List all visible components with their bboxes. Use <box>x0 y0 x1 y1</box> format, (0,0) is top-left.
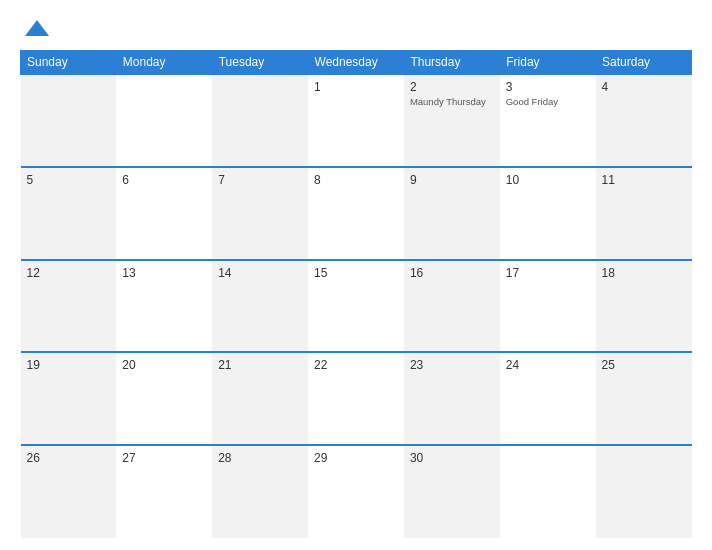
day-cell: 4 <box>596 74 692 167</box>
day-cell: 28 <box>212 445 308 538</box>
day-cell <box>596 445 692 538</box>
day-number: 16 <box>410 266 494 280</box>
day-number: 29 <box>314 451 398 465</box>
week-row-1: 12Maundy Thursday3Good Friday4 <box>21 74 692 167</box>
day-number: 6 <box>122 173 206 187</box>
day-number: 4 <box>602 80 686 94</box>
day-number: 22 <box>314 358 398 372</box>
day-number: 2 <box>410 80 494 94</box>
day-cell: 22 <box>308 352 404 445</box>
calendar-table: SundayMondayTuesdayWednesdayThursdayFrid… <box>20 50 692 538</box>
day-cell: 6 <box>116 167 212 260</box>
week-row-5: 2627282930 <box>21 445 692 538</box>
day-number: 17 <box>506 266 590 280</box>
day-cell: 19 <box>21 352 117 445</box>
day-cell: 7 <box>212 167 308 260</box>
day-number: 1 <box>314 80 398 94</box>
day-cell: 21 <box>212 352 308 445</box>
calendar-page: SundayMondayTuesdayWednesdayThursdayFrid… <box>0 0 712 550</box>
day-number: 28 <box>218 451 302 465</box>
weekday-header-sunday: Sunday <box>21 51 117 75</box>
weekday-header-row: SundayMondayTuesdayWednesdayThursdayFrid… <box>21 51 692 75</box>
day-number: 13 <box>122 266 206 280</box>
day-number: 15 <box>314 266 398 280</box>
day-cell: 27 <box>116 445 212 538</box>
day-number: 5 <box>27 173 111 187</box>
day-cell: 10 <box>500 167 596 260</box>
day-number: 11 <box>602 173 686 187</box>
weekday-header-friday: Friday <box>500 51 596 75</box>
day-number: 18 <box>602 266 686 280</box>
day-cell: 29 <box>308 445 404 538</box>
weekday-header-monday: Monday <box>116 51 212 75</box>
day-cell: 17 <box>500 260 596 353</box>
day-number: 3 <box>506 80 590 94</box>
day-number: 12 <box>27 266 111 280</box>
day-cell: 30 <box>404 445 500 538</box>
day-number: 7 <box>218 173 302 187</box>
weekday-header-tuesday: Tuesday <box>212 51 308 75</box>
day-number: 9 <box>410 173 494 187</box>
header <box>20 18 692 40</box>
week-row-3: 12131415161718 <box>21 260 692 353</box>
day-cell: 25 <box>596 352 692 445</box>
weekday-header-thursday: Thursday <box>404 51 500 75</box>
day-cell: 5 <box>21 167 117 260</box>
week-row-2: 567891011 <box>21 167 692 260</box>
day-number: 24 <box>506 358 590 372</box>
weekday-header-wednesday: Wednesday <box>308 51 404 75</box>
day-cell: 9 <box>404 167 500 260</box>
day-cell: 15 <box>308 260 404 353</box>
day-cell <box>212 74 308 167</box>
day-number: 14 <box>218 266 302 280</box>
day-number: 26 <box>27 451 111 465</box>
holiday-label: Good Friday <box>506 96 590 107</box>
day-number: 19 <box>27 358 111 372</box>
day-cell: 13 <box>116 260 212 353</box>
logo-icon <box>23 18 51 40</box>
day-cell <box>21 74 117 167</box>
day-cell: 12 <box>21 260 117 353</box>
day-cell: 18 <box>596 260 692 353</box>
day-cell: 20 <box>116 352 212 445</box>
day-number: 30 <box>410 451 494 465</box>
day-cell: 8 <box>308 167 404 260</box>
week-row-4: 19202122232425 <box>21 352 692 445</box>
day-number: 27 <box>122 451 206 465</box>
day-cell: 1 <box>308 74 404 167</box>
logo <box>20 18 51 40</box>
day-cell: 11 <box>596 167 692 260</box>
day-cell: 16 <box>404 260 500 353</box>
day-cell: 2Maundy Thursday <box>404 74 500 167</box>
day-cell: 3Good Friday <box>500 74 596 167</box>
day-number: 10 <box>506 173 590 187</box>
day-cell: 24 <box>500 352 596 445</box>
day-number: 25 <box>602 358 686 372</box>
day-number: 20 <box>122 358 206 372</box>
day-cell <box>500 445 596 538</box>
day-number: 8 <box>314 173 398 187</box>
day-cell <box>116 74 212 167</box>
day-number: 21 <box>218 358 302 372</box>
svg-marker-0 <box>25 20 49 36</box>
day-cell: 14 <box>212 260 308 353</box>
day-cell: 26 <box>21 445 117 538</box>
weekday-header-saturday: Saturday <box>596 51 692 75</box>
holiday-label: Maundy Thursday <box>410 96 494 107</box>
day-number: 23 <box>410 358 494 372</box>
day-cell: 23 <box>404 352 500 445</box>
